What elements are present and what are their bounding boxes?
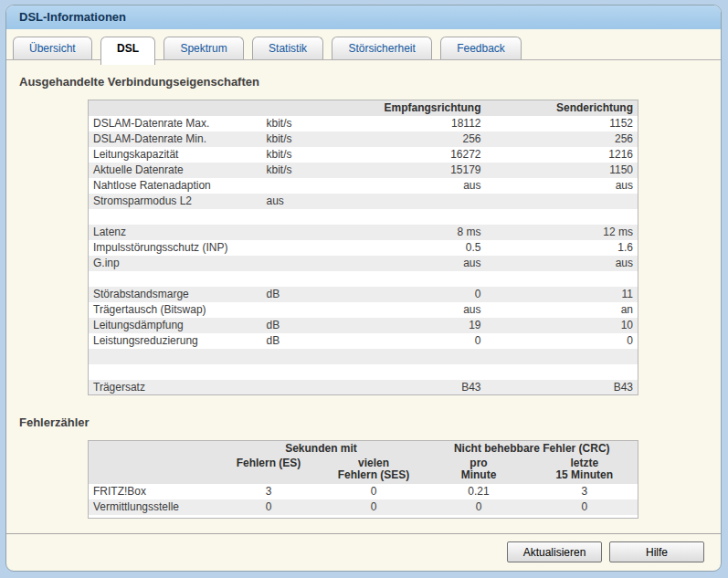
column-header-unit — [262, 100, 358, 116]
table-row: Leitungskapazitätkbit/s162721216 — [89, 147, 638, 163]
table-cell — [262, 256, 358, 271]
table-cell: 0 — [216, 499, 322, 515]
table-cell: 11 — [486, 287, 638, 302]
table-cell: 1216 — [486, 147, 638, 163]
table-cell — [358, 364, 486, 380]
table-cell: kbit/s — [262, 131, 358, 147]
table-cell — [262, 178, 358, 194]
column-header-upstream: Senderichtung — [486, 100, 638, 116]
table-cell: 18112 — [358, 116, 486, 131]
sub-header-empty — [89, 456, 216, 484]
table-cell — [486, 349, 638, 364]
table-cell — [358, 209, 486, 225]
table-cell — [262, 302, 358, 318]
table-spacer-row — [89, 515, 638, 519]
table-cell: aus — [262, 194, 358, 209]
connection-section-heading: Ausgehandelte Verbindungseigenschaften — [19, 75, 708, 89]
tab-stoersicherheit[interactable]: Störsicherheit — [332, 37, 431, 59]
table-cell: 256 — [358, 131, 486, 147]
table-cell: 1152 — [486, 116, 638, 131]
table-cell: Leitungskapazität — [89, 147, 262, 163]
table-row: Stromsparmodus L2aus — [89, 194, 638, 209]
table-cell: Leitungsdämpfung — [89, 318, 262, 333]
table-cell — [262, 380, 358, 395]
table-cell: kbit/s — [262, 116, 358, 131]
table-cell: aus — [358, 302, 486, 318]
tab-feedback[interactable]: Feedback — [440, 37, 522, 59]
table-cell — [486, 209, 638, 225]
table-cell: Aktuelle Datenrate — [89, 163, 262, 178]
table-cell — [262, 349, 358, 364]
table-cell: 3 — [216, 484, 322, 499]
table-cell: dB — [262, 287, 358, 302]
table-cell: DSLAM-Datenrate Min. — [89, 131, 262, 147]
table-cell: 0 — [322, 499, 427, 515]
tab-bar: Übersicht DSL Spektrum Statistik Störsic… — [6, 29, 721, 60]
table-row: StörabstandsmargedB011 — [89, 287, 638, 302]
group-header-crc-errors: Nicht behebbare Fehler (CRC) — [427, 441, 638, 456]
table-cell: kbit/s — [262, 163, 358, 178]
table-cell: 0 — [358, 333, 486, 349]
table-cell: 0 — [532, 499, 638, 515]
table-cell: FRITZ!Box — [89, 484, 216, 499]
table-cell: Latenz — [89, 225, 262, 240]
table-cell — [262, 271, 358, 287]
table-cell: Trägertausch (Bitswap) — [89, 302, 262, 318]
dsl-info-window: DSL-Informationen Übersicht DSL Spektrum… — [5, 5, 722, 572]
connection-table-body: DSLAM-Datenrate Max.kbit/s181121152DSLAM… — [89, 116, 638, 395]
group-header-empty — [89, 441, 216, 456]
table-cell: DSLAM-Datenrate Max. — [89, 116, 262, 131]
table-cell: 19 — [358, 318, 486, 333]
refresh-button[interactable]: Aktualisieren — [507, 541, 602, 562]
table-row: TrägersatzB43B43 — [89, 380, 638, 395]
tab-uebersicht[interactable]: Übersicht — [13, 37, 92, 59]
table-cell — [358, 349, 486, 364]
table-row: DSLAM-Datenrate Min.kbit/s256256 — [89, 131, 638, 147]
table-row — [89, 271, 638, 287]
table-cell: an — [486, 302, 638, 318]
table-cell — [89, 349, 262, 364]
table-cell — [89, 364, 262, 380]
tab-statistik[interactable]: Statistik — [252, 37, 323, 59]
table-cell — [358, 194, 486, 209]
table-row: DSLAM-Datenrate Max.kbit/s181121152 — [89, 116, 638, 131]
table-cell: Leistungsreduzierung — [89, 333, 262, 349]
help-button[interactable]: Hilfe — [609, 541, 704, 562]
table-cell — [486, 194, 638, 209]
table-cell: 0 — [322, 484, 427, 499]
table-row: Nahtlose Ratenadaptionausaus — [89, 178, 638, 194]
error-table-group-header-row: Sekunden mit Nicht behebbare Fehler (CRC… — [89, 441, 638, 456]
table-cell — [262, 240, 358, 256]
table-cell: dB — [262, 318, 358, 333]
table-cell: Stromsparmodus L2 — [89, 194, 262, 209]
table-cell: aus — [358, 256, 486, 271]
table-row: Latenz8 ms12 ms — [89, 225, 638, 240]
table-cell: Störabstandsmarge — [89, 287, 262, 302]
column-header-empty — [89, 100, 262, 116]
table-row: LeitungsdämpfungdB1910 — [89, 318, 638, 333]
table-cell: aus — [358, 178, 486, 194]
table-cell: aus — [486, 256, 638, 271]
sub-header-per-minute: pro Minute — [427, 456, 532, 484]
table-cell — [89, 209, 262, 225]
table-row: Vermittlungsstelle0000 — [89, 499, 638, 515]
table-cell: B43 — [486, 380, 638, 395]
error-counter-table: Sekunden mit Nicht behebbare Fehler (CRC… — [88, 440, 638, 519]
table-cell: 12 ms — [486, 225, 638, 240]
table-cell — [358, 271, 486, 287]
table-cell: 0.21 — [427, 484, 532, 499]
table-cell: B43 — [358, 380, 486, 395]
table-cell: 0 — [486, 333, 638, 349]
sub-header-es: Fehlern (ES) — [216, 456, 322, 484]
table-cell — [262, 364, 358, 380]
table-cell: 10 — [486, 318, 638, 333]
tab-dsl[interactable]: DSL — [100, 37, 155, 65]
tab-spektrum[interactable]: Spektrum — [164, 37, 243, 59]
error-table-body: FRITZ!Box300.213Vermittlungsstelle0000 — [89, 484, 638, 515]
connection-table: Empfangsrichtung Senderichtung DSLAM-Dat… — [88, 100, 638, 395]
errors-section-heading: Fehlerzähler — [19, 415, 708, 429]
table-cell: 3 — [532, 484, 638, 499]
table-spacer — [89, 515, 638, 519]
table-cell: 1.6 — [486, 240, 638, 256]
table-cell: 0.5 — [358, 240, 486, 256]
